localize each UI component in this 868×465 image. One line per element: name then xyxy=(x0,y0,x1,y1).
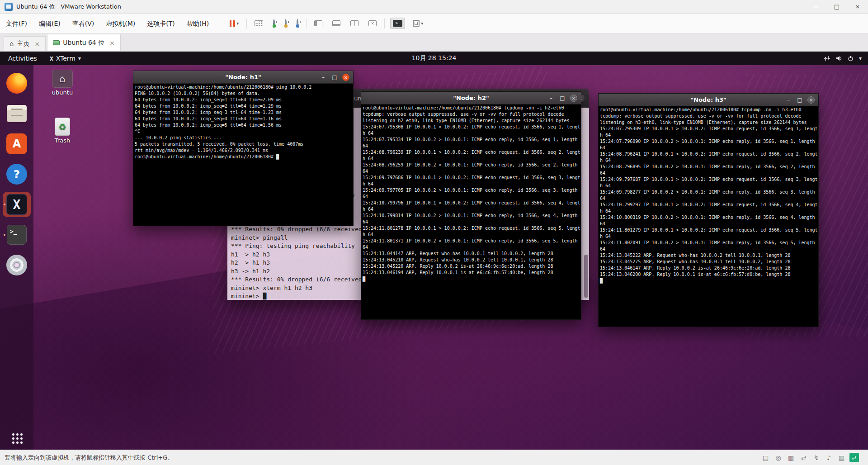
take-snapshot-button[interactable] xyxy=(271,18,277,28)
terminal-output[interactable]: root@ubuntu-virtual-machine:/home/ubuntu… xyxy=(361,104,581,319)
keyboard-icon xyxy=(255,20,263,26)
window-maximize-button[interactable]: □ xyxy=(826,0,847,13)
sound-icon[interactable]: ♪ xyxy=(824,453,834,462)
tab-home-label: 主页 xyxy=(17,40,30,48)
menu-edit[interactable]: 编辑(E) xyxy=(33,14,66,33)
console-icon: >_ xyxy=(393,20,402,27)
app-menu-label: XTerm xyxy=(56,55,75,62)
menu-file[interactable]: 文件(F) xyxy=(0,14,33,33)
vmware-logo-icon xyxy=(5,3,13,11)
tab-close-icon[interactable]: × xyxy=(109,39,115,47)
menu-vm[interactable]: 虚拟机(M) xyxy=(100,14,141,33)
dock-item-ubuntu-software[interactable]: A xyxy=(3,131,31,157)
chevron-down-icon[interactable]: ▾ xyxy=(236,21,239,26)
terminal-output[interactable]: root@ubuntu-virtual-machine:/home/ubuntu… xyxy=(599,106,818,327)
console-view-button[interactable]: >_ xyxy=(390,18,405,29)
tab-close-icon[interactable]: × xyxy=(35,40,40,47)
vmware-menu-toolbar: 文件(F) 编辑(E) 查看(V) 虚拟机(M) 选项卡(T) 帮助(H) ▾ xyxy=(0,14,868,33)
app-menu-xterm[interactable]: X XTerm ▾ xyxy=(45,55,85,62)
split-view-button[interactable] xyxy=(348,19,361,28)
maximize-button[interactable]: □ xyxy=(559,95,566,102)
close-button[interactable]: × xyxy=(807,96,815,104)
window-close-button[interactable]: × xyxy=(847,0,868,13)
terminal-output[interactable]: root@ubuntu-virtual-machine:/home/ubuntu… xyxy=(133,84,353,226)
network-adapter-icon[interactable]: ⇄ xyxy=(799,453,808,462)
dock-item-firefox[interactable] xyxy=(3,71,31,96)
window-minimize-button[interactable]: — xyxy=(806,0,826,13)
input-hint-text: 要将输入定向到该虚拟机，请将鼠标指针移入其中或按 Ctrl+G。 xyxy=(5,454,761,462)
dock-item-terminal[interactable]: >_ xyxy=(3,222,31,247)
desktop-icon-home[interactable]: ⌂ ubuntu xyxy=(45,70,80,96)
split-view-icon xyxy=(350,20,359,26)
home-folder-icon: ⌂ xyxy=(52,70,73,88)
printer-icon[interactable]: ▦ xyxy=(837,453,846,462)
minimize-button[interactable]: – xyxy=(785,96,792,104)
menu-help[interactable]: 帮助(H) xyxy=(181,14,215,33)
power-icon xyxy=(848,56,854,62)
toolbar-separator xyxy=(384,19,385,28)
maximize-button[interactable]: □ xyxy=(331,74,338,81)
manage-snapshots-button[interactable] xyxy=(294,18,301,28)
vmware-tabbar: ⌂ 主页 × Ubuntu 64 位 × xyxy=(0,33,868,52)
unity-icon: ✕ xyxy=(368,20,377,26)
toolbar: ▾ ✕ >_ ▾ xyxy=(227,18,425,29)
cdrom-icon[interactable]: ◎ xyxy=(774,453,783,462)
dock-item-dvd[interactable] xyxy=(3,252,31,278)
xterm-icon: X xyxy=(6,194,27,215)
hard-disk-icon[interactable]: ▤ xyxy=(761,453,770,462)
vm-console-screen: Activities X XTerm ▾ 10月 28 15:24 ▾ A ? … xyxy=(0,52,868,450)
unity-mode-button[interactable]: ✕ xyxy=(366,19,379,28)
dock-item-help[interactable]: ? xyxy=(3,161,31,187)
close-button[interactable]: × xyxy=(342,74,349,81)
maximize-button[interactable]: □ xyxy=(796,96,803,104)
scrollbar[interactable] xyxy=(583,108,589,300)
minimize-button[interactable]: – xyxy=(547,95,555,102)
xterm-titlebar[interactable]: "Node: h1" – □ × xyxy=(133,71,353,84)
terminal-icon: >_ xyxy=(7,225,27,245)
xterm-window-h3[interactable]: "Node: h3" – □ × root@ubuntu-virtual-mac… xyxy=(598,93,819,327)
revert-snapshot-button[interactable] xyxy=(283,18,289,28)
fullscreen-icon xyxy=(413,20,420,27)
send-ctrl-alt-del-button[interactable] xyxy=(252,19,265,28)
dock-item-files[interactable] xyxy=(3,101,31,126)
minimize-button[interactable]: – xyxy=(320,74,327,81)
window-title: Ubuntu 64 位 - VMware Workstation xyxy=(16,3,121,11)
scrollbar-thumb[interactable] xyxy=(584,255,588,298)
help-icon: ? xyxy=(6,164,27,185)
xterm-window-h2[interactable]: "Node: h2" – □ × root@ubuntu-virtual-mac… xyxy=(361,91,581,320)
xterm-titlebar[interactable]: "Node: h3" – □ × xyxy=(599,94,818,106)
vm-power-pause-button[interactable]: ▾ xyxy=(227,19,241,28)
home-icon: ⌂ xyxy=(9,40,14,48)
menu-tabs[interactable]: 选项卡(T) xyxy=(141,14,180,33)
activities-button[interactable]: Activities xyxy=(0,55,45,62)
system-tray[interactable]: ▾ xyxy=(824,55,868,62)
menu-view[interactable]: 查看(V) xyxy=(66,14,100,33)
xterm-titlebar[interactable]: "Node: h2" – □ × xyxy=(361,92,581,104)
close-button[interactable]: × xyxy=(570,95,577,102)
chevron-down-icon[interactable]: ▾ xyxy=(421,21,423,26)
toolbar-separator xyxy=(246,19,247,28)
ubuntu-topbar: Activities X XTerm ▾ 10月 28 15:24 ▾ xyxy=(0,52,868,65)
show-library-button[interactable] xyxy=(312,19,325,28)
floppy-icon[interactable]: ▥ xyxy=(786,453,796,462)
files-icon xyxy=(7,105,27,122)
usb-icon[interactable]: ↯ xyxy=(811,453,821,462)
show-thumbnail-bar-button[interactable] xyxy=(330,19,343,28)
tab-home[interactable]: ⌂ 主页 × xyxy=(4,36,46,51)
tab-ubuntu-vm[interactable]: Ubuntu 64 位 × xyxy=(47,34,121,51)
thumbnail-bar-icon xyxy=(332,20,340,26)
toolbar-separator xyxy=(306,19,307,28)
pause-icon xyxy=(230,20,235,27)
running-indicator xyxy=(4,234,5,236)
clock[interactable]: 10月 28 15:24 xyxy=(412,54,457,62)
show-applications-button[interactable] xyxy=(11,432,23,444)
fullscreen-button[interactable]: ▾ xyxy=(410,18,425,28)
dock-item-xterm[interactable]: X xyxy=(3,192,31,217)
volume-icon xyxy=(836,56,842,61)
desktop-icon-trash[interactable]: ♻ Trash xyxy=(45,118,80,144)
ubuntu-software-icon: A xyxy=(6,133,27,154)
xterm-window-h1[interactable]: "Node: h1" – □ × root@ubuntu-virtual-mac… xyxy=(133,71,354,226)
tab-ubuntu-label: Ubuntu 64 位 xyxy=(63,39,104,47)
desktop-icon-label: Trash xyxy=(45,137,80,144)
virtual-network-icon[interactable]: ⇄ xyxy=(849,453,859,462)
